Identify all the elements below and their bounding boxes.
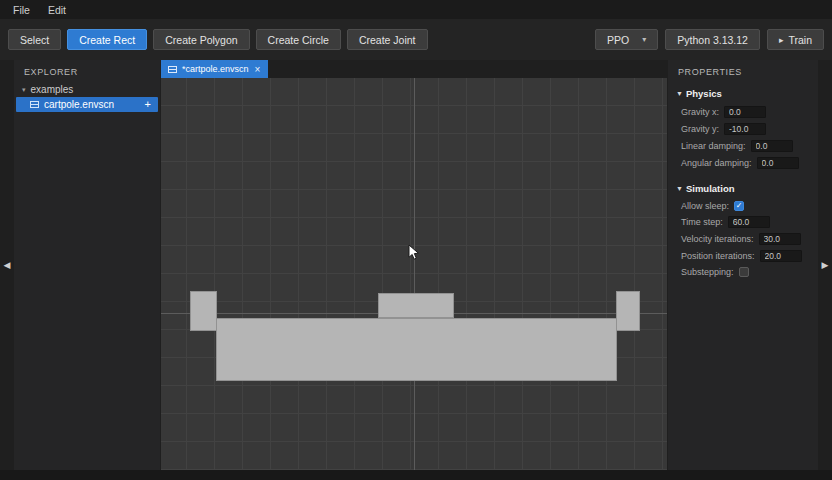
section-caret-icon: ▼ <box>676 90 683 97</box>
right-gutter: ▶ <box>818 60 832 470</box>
gravity-x-field[interactable] <box>724 106 766 118</box>
explorer-header: EXPLORER <box>14 60 160 83</box>
create-circle-button[interactable]: Create Circle <box>256 29 341 50</box>
cart-rect[interactable] <box>378 293 454 318</box>
tab-close-icon[interactable]: × <box>254 64 262 75</box>
gravity-x-label: Gravity x: <box>681 107 719 117</box>
create-rect-button[interactable]: Create Rect <box>67 29 147 50</box>
angular-damping-row: Angular damping: <box>668 154 818 171</box>
collapse-right-panel-arrow[interactable]: ▶ <box>822 260 829 270</box>
algorithm-select[interactable]: PPO ▾ <box>595 29 658 50</box>
left-wall-rect[interactable] <box>190 291 217 331</box>
section-physics[interactable]: ▼ Physics <box>668 83 818 103</box>
explorer-panel: EXPLORER ▾ examples cartpole.envscn + <box>14 60 160 470</box>
velocity-iterations-row: Velocity iterations: <box>668 230 818 247</box>
status-bar <box>0 470 832 480</box>
chevron-down-icon: ▾ <box>642 35 646 44</box>
add-file-button[interactable]: + <box>143 99 153 110</box>
section-caret-icon: ▼ <box>676 185 683 192</box>
section-simulation[interactable]: ▼ Simulation <box>668 178 818 198</box>
velocity-iterations-field[interactable] <box>759 233 801 245</box>
folder-label: examples <box>31 84 74 95</box>
gravity-y-row: Gravity y: <box>668 120 818 137</box>
position-iterations-row: Position iterations: <box>668 247 818 264</box>
scene-canvas[interactable] <box>161 78 667 470</box>
main-area: ◀ EXPLORER ▾ examples cartpole.envscn + … <box>0 60 832 470</box>
tool-buttons: Select Create Rect Create Polygon Create… <box>8 29 428 50</box>
toolbar: Select Create Rect Create Polygon Create… <box>0 19 832 60</box>
left-gutter: ◀ <box>0 60 14 470</box>
substepping-row: Substepping: ✓ <box>668 264 818 279</box>
play-icon: ▸ <box>779 35 784 45</box>
velocity-iterations-label: Velocity iterations: <box>681 234 754 244</box>
tree-file-cartpole[interactable]: cartpole.envscn + <box>16 97 158 112</box>
axis-vertical-line <box>414 78 415 470</box>
section-simulation-label: Simulation <box>686 183 735 194</box>
gravity-y-field[interactable] <box>724 123 766 135</box>
collapse-left-panel-arrow[interactable]: ◀ <box>4 260 11 270</box>
linear-damping-label: Linear damping: <box>681 141 746 151</box>
file-label: cartpole.envscn <box>44 99 114 110</box>
train-button-label: Train <box>788 34 812 46</box>
linear-damping-field[interactable] <box>751 140 793 152</box>
gravity-x-row: Gravity x: <box>668 103 818 120</box>
python-version-button[interactable]: Python 3.13.12 <box>665 29 760 50</box>
create-polygon-button[interactable]: Create Polygon <box>153 29 249 50</box>
time-step-row: Time step: <box>668 213 818 230</box>
substepping-checkbox[interactable]: ✓ <box>739 267 749 277</box>
create-joint-button[interactable]: Create Joint <box>347 29 428 50</box>
folder-caret-icon: ▾ <box>22 86 26 94</box>
menu-edit[interactable]: Edit <box>39 2 75 18</box>
allow-sleep-label: Allow sleep: <box>681 201 729 211</box>
substepping-label: Substepping: <box>681 267 734 277</box>
angular-damping-label: Angular damping: <box>681 158 752 168</box>
tab-file-icon <box>168 65 177 74</box>
linear-damping-row: Linear damping: <box>668 137 818 154</box>
tab-cartpole[interactable]: *cartpole.envscn × <box>161 60 268 78</box>
position-iterations-label: Position iterations: <box>681 251 755 261</box>
tab-label: *cartpole.envscn <box>182 64 249 74</box>
editor-column: *cartpole.envscn × <box>161 60 667 470</box>
menu-bar: File Edit <box>0 0 832 19</box>
check-icon: ✓ <box>736 201 743 210</box>
train-button[interactable]: ▸ Train <box>767 29 824 50</box>
angular-damping-field[interactable] <box>757 157 799 169</box>
select-tool-button[interactable]: Select <box>8 29 61 50</box>
train-controls: PPO ▾ Python 3.13.12 ▸ Train <box>595 29 824 50</box>
scene-file-icon <box>30 100 39 109</box>
allow-sleep-row: Allow sleep: ✓ <box>668 198 818 213</box>
gravity-y-label: Gravity y: <box>681 124 719 134</box>
allow-sleep-checkbox[interactable]: ✓ <box>734 201 744 211</box>
tree-folder-examples[interactable]: ▾ examples <box>14 83 160 97</box>
time-step-label: Time step: <box>681 217 723 227</box>
tab-bar: *cartpole.envscn × <box>161 60 667 78</box>
section-physics-label: Physics <box>686 88 722 99</box>
properties-panel: PROPERTIES ▼ Physics Gravity x: Gravity … <box>668 60 818 470</box>
menu-file[interactable]: File <box>4 2 39 18</box>
position-iterations-field[interactable] <box>760 250 802 262</box>
time-step-field[interactable] <box>728 216 770 228</box>
properties-header: PROPERTIES <box>668 60 818 83</box>
algorithm-selected-value: PPO <box>607 34 629 46</box>
ground-rect[interactable] <box>216 318 617 381</box>
right-wall-rect[interactable] <box>616 291 640 331</box>
